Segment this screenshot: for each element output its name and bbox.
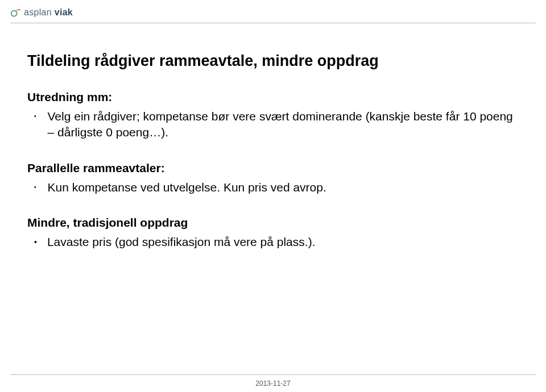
section1-bullet: • Velg ein rådgiver; kompetanse bør vere… xyxy=(27,109,519,141)
logo-text: asplan viak xyxy=(24,7,73,18)
bullet-icon: • xyxy=(34,109,36,124)
slide-title: Tildeling rådgiver rammeavtale, mindre o… xyxy=(27,52,519,70)
section3-bullet: • Lavaste pris (god spesifikasjon må ver… xyxy=(27,234,519,250)
section2-bullet: • Kun kompetanse ved utvelgelse. Kun pri… xyxy=(27,180,519,195)
logo-mark-icon xyxy=(10,7,22,18)
bullet-icon: • xyxy=(34,180,36,195)
section2-bullet-text: Kun kompetanse ved utvelgelse. Kun pris … xyxy=(48,180,326,195)
logo-text-part2: viak xyxy=(52,7,73,17)
footer-date: 2013-11-27 xyxy=(0,380,546,387)
slide-content: Tildeling rådgiver rammeavtale, mindre o… xyxy=(27,52,519,252)
section2-heading: Parallelle rammeavtaler: xyxy=(27,161,519,175)
bullet-icon: • xyxy=(34,234,37,250)
section1-heading: Utredning mm: xyxy=(27,90,519,104)
section3-heading: Mindre, tradisjonell oppdrag xyxy=(27,216,519,230)
logo-text-part1: asplan xyxy=(24,7,52,17)
divider-top xyxy=(10,23,536,23)
divider-bottom xyxy=(10,374,536,375)
section1-bullet-text: Velg ein rådgiver; kompetanse bør vere s… xyxy=(48,109,519,141)
svg-point-0 xyxy=(11,11,17,16)
section3-bullet-text: Lavaste pris (god spesifikasjon må vere … xyxy=(47,234,316,250)
logo: asplan viak xyxy=(10,7,73,18)
